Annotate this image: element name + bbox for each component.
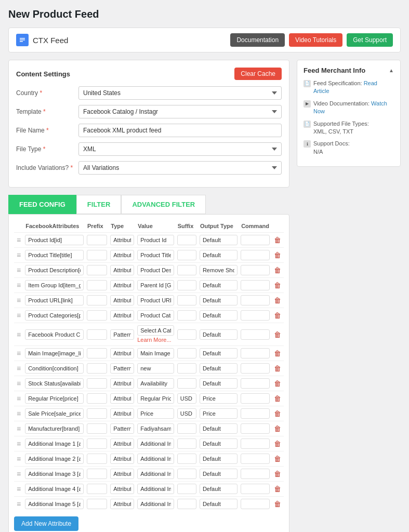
value-select-17[interactable]: Additional Image 5 [137,499,174,509]
value-select-12[interactable]: Fadiyahsameh [137,423,174,434]
drag-handle-icon[interactable]: ≡ [16,251,22,259]
suffix-input-1[interactable] [177,250,196,260]
drag-handle-icon[interactable]: ≡ [16,470,22,478]
attr-select-16[interactable]: Additional Image 4 [ad [25,484,84,494]
attr-select-6[interactable]: Facebook Product Cate [25,329,84,340]
output-select-2[interactable]: Remove ShortCodes [200,265,238,275]
command-input-0[interactable] [241,235,270,245]
delete-row-button-10[interactable]: 🗑 [273,394,282,403]
drag-handle-icon[interactable]: ≡ [16,349,22,357]
suffix-input-14[interactable] [177,454,196,464]
prefix-input-4[interactable] [87,295,107,305]
type-select-11[interactable]: Attribute [110,408,134,419]
value-select-14[interactable]: Additional Image 2 [137,454,174,464]
command-input-14[interactable] [241,454,270,464]
type-select-9[interactable]: Attribute [110,378,134,389]
prefix-input-10[interactable] [87,393,107,404]
value-select-10[interactable]: Regular Price [137,393,174,404]
output-select-11[interactable]: Price [200,408,238,419]
prefix-input-12[interactable] [87,423,107,434]
command-input-3[interactable] [241,280,270,290]
filename-input[interactable] [78,124,282,137]
type-select-2[interactable]: Attribute [110,265,134,275]
delete-row-button-3[interactable]: 🗑 [273,281,282,289]
type-select-1[interactable]: Attribute [110,250,134,260]
drag-handle-icon[interactable]: ≡ [16,281,22,289]
value-select-6[interactable]: Select A Category [137,325,174,336]
drag-handle-icon[interactable]: ≡ [16,236,22,244]
delete-row-button-16[interactable]: 🗑 [273,485,282,493]
output-select-5[interactable]: Default [200,310,238,321]
type-select-8[interactable]: Pattern (Str [110,363,134,374]
type-select-16[interactable]: Attribute [110,484,134,494]
suffix-input-17[interactable] [177,499,196,509]
type-select-6[interactable]: Pattern (Str [110,329,134,340]
attr-select-12[interactable]: Manufacturer[brand] [25,423,84,434]
type-select-4[interactable]: Attribute [110,295,134,305]
prefix-input-8[interactable] [87,363,107,374]
attr-select-3[interactable]: Item Group Id[item_gro [25,280,84,290]
delete-row-button-8[interactable]: 🗑 [273,364,282,373]
output-select-16[interactable]: Default [200,484,238,494]
output-select-4[interactable]: Default [200,295,238,305]
suffix-input-10[interactable] [177,393,196,404]
output-select-17[interactable]: Default [200,499,238,509]
attr-select-10[interactable]: Regular Price[price] [25,393,84,404]
delete-row-button-15[interactable]: 🗑 [273,470,282,478]
attr-select-2[interactable]: Product Description[de [25,265,84,275]
command-input-9[interactable] [241,378,270,389]
collapse-arrow-icon[interactable]: ▲ [389,68,394,73]
output-select-6[interactable]: Default [200,329,238,340]
command-input-15[interactable] [241,469,270,479]
value-select-2[interactable]: Product Description [137,265,174,275]
value-select-8[interactable]: new [137,363,174,374]
suffix-input-6[interactable] [177,329,196,340]
attr-select-4[interactable]: Product URL[link] [25,295,84,305]
command-input-12[interactable] [241,423,270,434]
type-select-5[interactable]: Attribute [110,310,134,321]
command-input-7[interactable] [241,348,270,358]
output-select-3[interactable]: Default [200,280,238,290]
attr-select-1[interactable]: Product Title[title] [25,250,84,260]
include-variations-select[interactable]: All Variations [78,161,282,175]
suffix-input-0[interactable] [177,235,196,245]
filetype-select[interactable]: XML [78,142,282,156]
suffix-input-16[interactable] [177,484,196,494]
output-select-0[interactable]: Default [200,235,238,245]
delete-row-button-12[interactable]: 🗑 [273,424,282,433]
output-select-13[interactable]: Default [200,438,238,449]
prefix-input-1[interactable] [87,250,107,260]
attr-select-11[interactable]: Sale Price[sale_price] [25,408,84,419]
attr-select-0[interactable]: Product Id[id] [25,235,84,245]
value-select-7[interactable]: Main Image [137,348,174,358]
prefix-input-7[interactable] [87,348,107,358]
prefix-input-2[interactable] [87,265,107,275]
value-select-3[interactable]: Parent Id [Group Id] [137,280,174,290]
suffix-input-11[interactable] [177,408,196,419]
prefix-input-17[interactable] [87,499,107,509]
output-select-12[interactable]: Default [200,423,238,434]
drag-handle-icon[interactable]: ≡ [16,266,22,274]
delete-row-button-14[interactable]: 🗑 [273,455,282,463]
type-select-3[interactable]: Attribute [110,280,134,290]
value-select-0[interactable]: Product Id [137,235,174,245]
type-select-14[interactable]: Attribute [110,454,134,464]
suffix-input-4[interactable] [177,295,196,305]
delete-row-button-1[interactable]: 🗑 [273,251,282,259]
country-select[interactable]: United States [78,86,282,100]
suffix-input-13[interactable] [177,438,196,449]
documentation-button[interactable]: Documentation [230,33,285,47]
value-select-1[interactable]: Product Title [137,250,174,260]
drag-handle-icon[interactable]: ≡ [16,394,22,403]
delete-row-button-0[interactable]: 🗑 [273,236,282,244]
delete-row-button-5[interactable]: 🗑 [273,311,282,320]
value-select-16[interactable]: Additional Image 4 [137,484,174,494]
value-select-5[interactable]: Product Category [Ca [137,310,174,321]
type-select-10[interactable]: Attribute [110,393,134,404]
prefix-input-3[interactable] [87,280,107,290]
command-input-5[interactable] [241,310,270,321]
output-select-9[interactable]: Default [200,378,238,389]
drag-handle-icon[interactable]: ≡ [16,330,22,339]
command-input-10[interactable] [241,393,270,404]
output-select-1[interactable]: Default [200,250,238,260]
